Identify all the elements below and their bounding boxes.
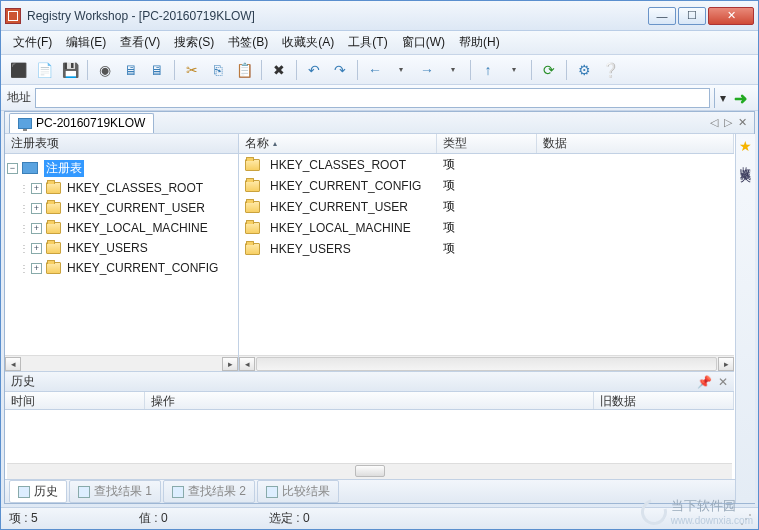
hist-col-op[interactable]: 操作: [145, 392, 594, 409]
menu-edit[interactable]: 编辑(E): [60, 32, 112, 53]
history-header: 历史 📌✕: [5, 372, 734, 392]
doc-icon: [18, 486, 30, 498]
window-title: Registry Workshop - [PC-20160719KLOW]: [27, 9, 648, 23]
list-row[interactable]: HKEY_CURRENT_USER 项: [239, 196, 734, 217]
list-pane: 名称 类型 数据 HKEY_CLASSES_ROOT 项 HKEY_CURREN…: [239, 134, 734, 371]
status-values: 值 : 0: [139, 510, 239, 527]
refresh-button[interactable]: ⟳: [538, 59, 560, 81]
status-bar: 项 : 5 值 : 0 选定 : 0 ⋰: [1, 507, 758, 529]
expand-icon[interactable]: +: [31, 203, 42, 214]
new-remote-button[interactable]: 📄: [33, 59, 55, 81]
tree-item[interactable]: ⋮ + HKEY_LOCAL_MACHINE: [7, 218, 236, 238]
expand-icon[interactable]: +: [31, 263, 42, 274]
close-button[interactable]: ✕: [708, 7, 754, 25]
list-body[interactable]: HKEY_CLASSES_ROOT 项 HKEY_CURRENT_CONFIG …: [239, 154, 734, 355]
client-area: PC-20160719KLOW ◁ ▷ ✕ ★ 收藏夹 注册表项 − 注册表: [4, 111, 755, 504]
pin-icon[interactable]: 📌: [697, 375, 712, 389]
hist-col-time[interactable]: 时间: [5, 392, 145, 409]
collapse-icon[interactable]: −: [7, 163, 18, 174]
up-drop-button[interactable]: ▾: [503, 59, 525, 81]
tree-root-label: 注册表: [44, 160, 84, 177]
maximize-button[interactable]: ☐: [678, 7, 706, 25]
paste-button[interactable]: 📋: [233, 59, 255, 81]
main-area: 注册表项 − 注册表 ⋮ + HKEY_CLASSES_ROOT: [5, 134, 734, 371]
tree-item[interactable]: ⋮ + HKEY_CURRENT_USER: [7, 198, 236, 218]
hist-col-old[interactable]: 旧数据: [594, 392, 734, 409]
redo-button[interactable]: ↷: [329, 59, 351, 81]
expand-icon[interactable]: +: [31, 183, 42, 194]
forward-drop-button[interactable]: ▾: [442, 59, 464, 81]
delete-button[interactable]: ✖: [268, 59, 290, 81]
tree-item-label: HKEY_USERS: [67, 241, 148, 255]
scroll-right-icon[interactable]: ▸: [222, 357, 238, 371]
tree-root[interactable]: − 注册表: [7, 158, 236, 178]
expand-icon[interactable]: +: [31, 243, 42, 254]
up-button[interactable]: ↑: [477, 59, 499, 81]
list-row[interactable]: HKEY_CLASSES_ROOT 项: [239, 154, 734, 175]
address-dropdown-button[interactable]: ▾: [714, 88, 730, 108]
registry-tree[interactable]: − 注册表 ⋮ + HKEY_CLASSES_ROOT ⋮ + H: [5, 154, 238, 355]
menu-bookmark[interactable]: 书签(B): [222, 32, 274, 53]
back-drop-button[interactable]: ▾: [390, 59, 412, 81]
history-body[interactable]: [5, 410, 734, 463]
tree-item[interactable]: ⋮ + HKEY_CURRENT_CONFIG: [7, 258, 236, 278]
list-row[interactable]: HKEY_CURRENT_CONFIG 项: [239, 175, 734, 196]
snapshot-button[interactable]: ◉: [94, 59, 116, 81]
list-row[interactable]: HKEY_LOCAL_MACHINE 项: [239, 217, 734, 238]
tree-item-label: HKEY_CLASSES_ROOT: [67, 181, 203, 195]
history-hscrollbar[interactable]: [7, 463, 732, 479]
tree-item-label: HKEY_LOCAL_MACHINE: [67, 221, 208, 235]
history-pane: 历史 📌✕ 时间 操作 旧数据: [5, 371, 734, 479]
menu-search[interactable]: 搜索(S): [168, 32, 220, 53]
tree-item[interactable]: ⋮ + HKEY_CLASSES_ROOT: [7, 178, 236, 198]
tab-next-button[interactable]: ▷: [721, 116, 735, 129]
forward-button[interactable]: →: [416, 59, 438, 81]
menu-file[interactable]: 文件(F): [7, 32, 58, 53]
settings-button[interactable]: ⚙: [573, 59, 595, 81]
scroll-left-icon[interactable]: ◂: [239, 357, 255, 371]
folder-icon: [245, 222, 260, 234]
address-input[interactable]: [35, 88, 710, 108]
tab-compare[interactable]: 比较结果: [257, 480, 339, 503]
scroll-right-icon[interactable]: ▸: [718, 357, 734, 371]
document-tab[interactable]: PC-20160719KLOW: [9, 113, 154, 133]
copy-button[interactable]: ⎘: [207, 59, 229, 81]
new-local-button[interactable]: ⬛: [7, 59, 29, 81]
resize-grip[interactable]: ⋰: [740, 512, 750, 526]
col-type[interactable]: 类型: [437, 134, 537, 153]
monitor-button[interactable]: 🖥: [120, 59, 142, 81]
tree-item[interactable]: ⋮ + HKEY_USERS: [7, 238, 236, 258]
col-name[interactable]: 名称: [239, 134, 437, 153]
tab-find2[interactable]: 查找结果 2: [163, 480, 255, 503]
list-row[interactable]: HKEY_USERS 项: [239, 238, 734, 259]
col-data[interactable]: 数据: [537, 134, 734, 153]
help-button[interactable]: ❔: [599, 59, 621, 81]
menu-help[interactable]: 帮助(H): [453, 32, 506, 53]
go-button[interactable]: ➜: [734, 89, 752, 107]
undo-button[interactable]: ↶: [303, 59, 325, 81]
tab-history[interactable]: 历史: [9, 480, 67, 503]
tab-find1[interactable]: 查找结果 1: [69, 480, 161, 503]
history-header-label: 历史: [11, 373, 35, 390]
minimize-button[interactable]: —: [648, 7, 676, 25]
tree-hscrollbar[interactable]: ◂ ▸: [5, 355, 238, 371]
scroll-left-icon[interactable]: ◂: [5, 357, 21, 371]
save-button[interactable]: 💾: [59, 59, 81, 81]
menu-window[interactable]: 窗口(W): [396, 32, 451, 53]
cut-button[interactable]: ✂: [181, 59, 203, 81]
tree-item-label: HKEY_CURRENT_CONFIG: [67, 261, 218, 275]
menu-view[interactable]: 查看(V): [114, 32, 166, 53]
computers-button[interactable]: 🖥: [146, 59, 168, 81]
favorites-sidebar[interactable]: ★ 收藏夹: [735, 134, 755, 503]
folder-icon: [245, 243, 260, 255]
menu-favorites[interactable]: 收藏夹(A): [276, 32, 340, 53]
list-hscrollbar[interactable]: ◂ ▸: [239, 355, 734, 371]
menu-tools[interactable]: 工具(T): [342, 32, 393, 53]
status-items: 项 : 5: [9, 510, 109, 527]
back-button[interactable]: ←: [364, 59, 386, 81]
expand-icon[interactable]: +: [31, 223, 42, 234]
close-icon[interactable]: ✕: [718, 375, 728, 389]
tab-close-button[interactable]: ✕: [735, 116, 750, 129]
tab-prev-button[interactable]: ◁: [707, 116, 721, 129]
address-label: 地址: [7, 89, 31, 106]
